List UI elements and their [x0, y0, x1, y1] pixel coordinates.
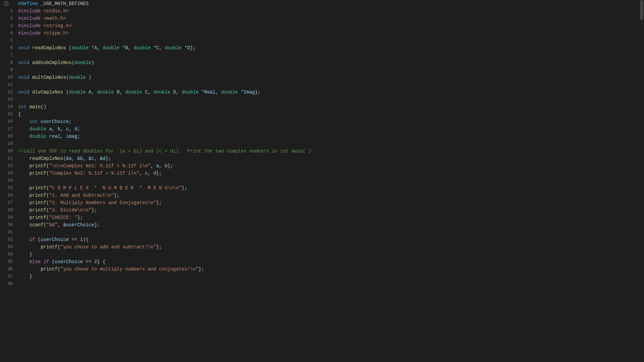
- line-number: 6: [3, 44, 14, 52]
- line-number: 16: [3, 118, 14, 125]
- line-number: 13: [3, 96, 14, 103]
- code-line: }: [17, 273, 639, 280]
- line-number: 2: [3, 15, 14, 22]
- code-line: printf("you chose to multiply numbers an…: [17, 265, 639, 273]
- gutter: 1234567891011121314151617181920212223242…: [0, 0, 17, 362]
- line-number: 18: [3, 133, 14, 140]
- code-line: {: [17, 111, 639, 118]
- code-line: void readCmplxNos (double *A, double *B,…: [17, 44, 639, 52]
- code-line: printf("\n\nComplex No1: %.11f + %.11f i…: [17, 162, 639, 170]
- code-line: [17, 37, 639, 44]
- code-line: [17, 96, 639, 103]
- line-number: 17: [3, 125, 14, 133]
- code-area[interactable]: #define _USE_MATH_DEFINES#include <stdio…: [17, 0, 639, 362]
- line-number: 11: [3, 81, 14, 88]
- line-number: 4: [3, 29, 14, 37]
- code-line: int userChoice;: [17, 118, 639, 125]
- code-line: [17, 52, 639, 59]
- line-number: 5: [3, 37, 14, 44]
- code-line: #include <stdio.h>: [17, 7, 639, 15]
- code-line: int main(): [17, 103, 639, 111]
- code-line: #include <math.h>: [17, 15, 639, 22]
- line-number: 7: [3, 52, 14, 59]
- code-line: #define _USE_MATH_DEFINES: [17, 0, 639, 7]
- line-number: 38: [3, 280, 14, 288]
- code-line: #include <string.h>: [17, 22, 639, 29]
- line-number: 33: [3, 243, 14, 251]
- line-number: 21: [3, 155, 14, 162]
- code-line: }: [17, 251, 639, 258]
- line-number: 25: [3, 184, 14, 192]
- line-number: 8: [3, 59, 14, 66]
- line-number: 37: [3, 273, 14, 280]
- line-number: 31: [3, 229, 14, 236]
- code-lines: #define _USE_MATH_DEFINES#include <stdio…: [17, 0, 639, 280]
- code-line: [17, 66, 639, 74]
- code-line: void divCmplxNos (double A, double B, do…: [17, 88, 639, 96]
- code-line: printf("1. Add and Subtract\n"};: [17, 192, 639, 199]
- line-number: 27: [3, 199, 14, 206]
- line-numbers: 1234567891011121314151617181920212223242…: [3, 7, 14, 288]
- line-number: 15: [3, 111, 14, 118]
- line-number: 30: [3, 221, 14, 229]
- history-icon: [3, 0, 14, 7]
- line-number: 14: [3, 103, 14, 111]
- scrollbar-track[interactable]: [639, 0, 644, 362]
- line-number: 1: [3, 7, 14, 15]
- code-line: [17, 140, 639, 147]
- line-number: 32: [3, 236, 14, 243]
- code-line: if (userChoice == 1){: [17, 236, 639, 243]
- code-line: double a, b, c, d;: [17, 125, 639, 133]
- line-number: 29: [3, 214, 14, 221]
- editor-wrapper: 1234567891011121314151617181920212223242…: [0, 0, 644, 362]
- editor-container: 1234567891011121314151617181920212223242…: [0, 0, 644, 362]
- code-line: #include <ctype.h>: [17, 29, 639, 37]
- code-line: printf("CHOICE: "};: [17, 214, 639, 221]
- line-number: 10: [3, 74, 14, 81]
- code-line: void multCmplxNos(double ): [17, 74, 639, 81]
- line-number: 24: [3, 177, 14, 184]
- code-line: //call one UDF to read doubles for (a + …: [17, 147, 639, 155]
- code-line: printf("2. Multiply Numbers and Conjugat…: [17, 199, 639, 206]
- line-number: 28: [3, 206, 14, 214]
- code-line: scanf("%d", &userChoice};: [17, 221, 639, 229]
- code-line: else if (userChoice == 2} {: [17, 258, 639, 265]
- code-line: printf("Complex No2: %.11f + %.11f i\n",…: [17, 170, 639, 177]
- line-number: 19: [3, 140, 14, 147]
- code-line: [17, 81, 639, 88]
- code-line: void addsubCmplxNos(double): [17, 59, 639, 66]
- line-number: 3: [3, 22, 14, 29]
- line-number: 20: [3, 147, 14, 155]
- line-number: 35: [3, 258, 14, 265]
- code-line: printf("you chose to add and subtract!\n…: [17, 243, 639, 251]
- code-line: double real, imag;: [17, 133, 639, 140]
- line-number: 22: [3, 162, 14, 170]
- code-line: printf("C O M P L E X * N U M B E R * M …: [17, 184, 639, 192]
- code-line: [17, 177, 639, 184]
- line-number: 23: [3, 170, 14, 177]
- code-line: printf("3. Divide\n\n"};: [17, 206, 639, 214]
- code-line: readCmplxNos(&a, &b, &c, &d};: [17, 155, 639, 162]
- code-line: [17, 229, 639, 236]
- line-number: 12: [3, 88, 14, 96]
- line-number: 9: [3, 66, 14, 74]
- line-number: 34: [3, 251, 14, 258]
- line-number: 36: [3, 265, 14, 273]
- line-number: 26: [3, 192, 14, 199]
- scrollbar-thumb[interactable]: [640, 0, 643, 20]
